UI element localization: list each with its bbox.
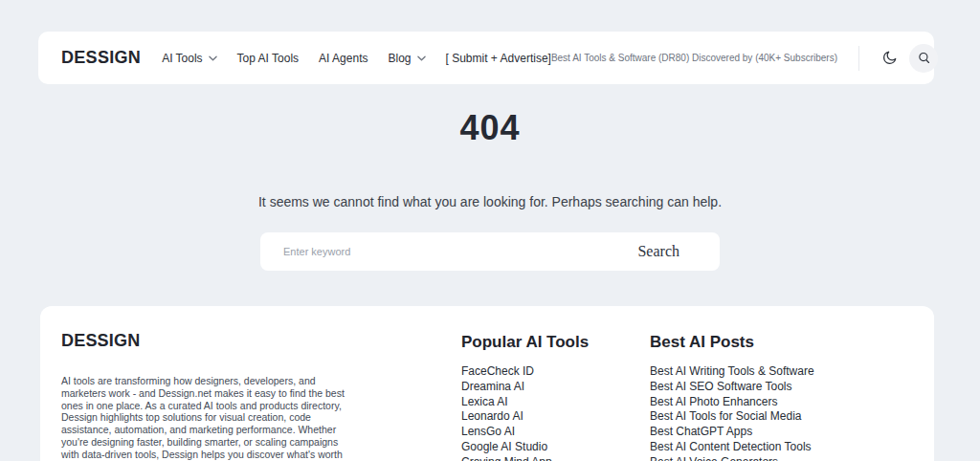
site-footer: DESSIGN AI tools are transforming how de… — [40, 306, 934, 461]
footer-link-leonardo-ai[interactable]: Leonardo AI — [461, 409, 650, 425]
nav-item-label: Blog — [388, 52, 411, 65]
header-right: Best AI Tools & Software (DR80) Discover… — [551, 44, 938, 73]
footer-link-lexica-ai[interactable]: Lexica AI — [461, 395, 650, 410]
header-divider — [858, 46, 859, 71]
footer-link-best-chatgpt-apps[interactable]: Best ChatGPT Apps — [650, 425, 915, 440]
footer-link-dreamina-ai[interactable]: Dreamina AI — [461, 380, 650, 395]
nav-item-ai-agents[interactable]: AI Agents — [319, 52, 368, 65]
footer-best-posts-column: Best AI Posts Best AI Writing Tools & So… — [650, 331, 915, 461]
search-submit-button[interactable]: Search — [628, 243, 720, 260]
site-header: DESSIGN AI Tools Top AI Tools AI Agents … — [38, 32, 934, 84]
chevron-down-icon — [417, 55, 426, 61]
nav-item-label: AI Tools — [162, 52, 202, 65]
nav-item-label: [ Submit + Advertise] — [446, 52, 551, 65]
best-posts-list: Best AI Writing Tools & Software Best AI… — [650, 364, 915, 461]
footer-logo: DESSIGN — [61, 331, 369, 351]
best-posts-heading: Best AI Posts — [650, 333, 915, 352]
footer-link-best-ai-social-media-tools[interactable]: Best AI Tools for Social Media — [650, 409, 915, 425]
nav-item-label: AI Agents — [319, 52, 368, 65]
search-icon — [917, 51, 931, 65]
footer-link-best-ai-content-detection[interactable]: Best AI Content Detection Tools — [650, 440, 915, 455]
main-content: 404 It seems we cannot find what you are… — [0, 84, 980, 271]
nav-item-blog[interactable]: Blog — [388, 52, 425, 65]
footer-link-best-ai-seo-tools[interactable]: Best AI SEO Software Tools — [650, 380, 915, 395]
nav-item-top-ai-tools[interactable]: Top AI Tools — [237, 52, 300, 65]
footer-link-craving-mind-app[interactable]: Craving Mind App — [461, 455, 650, 461]
footer-link-lensgo-ai[interactable]: LensGo AI — [461, 425, 650, 440]
footer-link-best-ai-writing-tools[interactable]: Best AI Writing Tools & Software — [650, 364, 915, 380]
nav-item-label: Top AI Tools — [237, 52, 300, 65]
popular-tools-list: FaceCheck ID Dreamina AI Lexica AI Leona… — [461, 364, 650, 461]
dark-mode-toggle[interactable] — [875, 44, 903, 73]
main-nav: AI Tools Top AI Tools AI Agents Blog [ S… — [162, 52, 551, 65]
moon-icon — [881, 50, 898, 66]
header-search-button[interactable] — [909, 44, 938, 73]
footer-description: AI tools are transforming how designers,… — [61, 375, 348, 461]
footer-about-column: DESSIGN AI tools are transforming how de… — [61, 331, 369, 461]
footer-link-google-ai-studio[interactable]: Google AI Studio — [461, 440, 650, 455]
chevron-down-icon — [209, 55, 217, 61]
search-input[interactable] — [260, 232, 628, 271]
error-code-heading: 404 — [0, 108, 980, 148]
footer-link-facecheck-id[interactable]: FaceCheck ID — [461, 364, 650, 380]
nav-item-submit-advertise[interactable]: [ Submit + Advertise] — [446, 52, 551, 65]
footer-link-best-ai-photo-enhancers[interactable]: Best AI Photo Enhancers — [650, 395, 915, 410]
footer-popular-tools-column: Popular AI Tools FaceCheck ID Dreamina A… — [461, 331, 650, 461]
page: DESSIGN AI Tools Top AI Tools AI Agents … — [0, 0, 980, 461]
search-form: Search — [260, 232, 720, 271]
nav-item-ai-tools[interactable]: AI Tools — [162, 52, 216, 65]
site-logo[interactable]: DESSIGN — [61, 48, 141, 68]
header-tagline: Best AI Tools & Software (DR80) Discover… — [551, 53, 837, 63]
error-message: It seems we cannot find what you are loo… — [0, 194, 980, 209]
footer-link-best-ai-voice-generators[interactable]: Best AI Voice Generators — [650, 455, 915, 461]
popular-tools-heading: Popular AI Tools — [461, 333, 650, 352]
